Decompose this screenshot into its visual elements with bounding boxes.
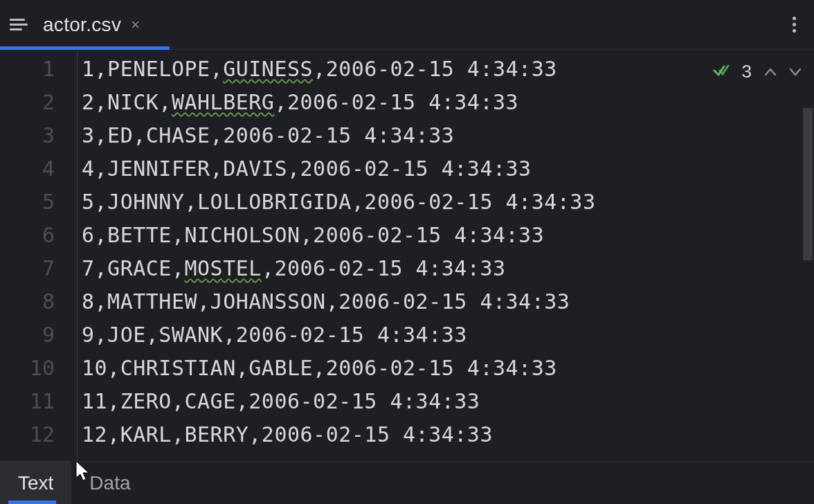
line-number: 5 (0, 186, 77, 219)
line-number: 2 (0, 86, 77, 119)
line-number: 10 (0, 352, 77, 385)
kebab-menu-icon[interactable] (784, 15, 804, 35)
chevron-down-icon[interactable] (789, 63, 802, 81)
vertical-scrollbar[interactable] (803, 108, 813, 260)
code-line[interactable]: 2,NICK,WAHLBERG,2006-02-15 4:34:33 (82, 86, 595, 119)
code-line[interactable]: 11,ZERO,CAGE,2006-02-15 4:34:33 (82, 385, 595, 418)
hamburger-icon[interactable] (10, 15, 29, 35)
code-line[interactable]: 5,JOHNNY,LOLLOBRIGIDA,2006-02-15 4:34:33 (82, 186, 595, 219)
mouse-cursor-icon (75, 460, 93, 483)
line-number: 8 (0, 285, 77, 318)
code-line[interactable]: 1,PENELOPE,GUINESS,2006-02-15 4:34:33 (82, 53, 595, 86)
code-line[interactable]: 12,KARL,BERRY,2006-02-15 4:34:33 (82, 418, 595, 451)
line-number: 9 (0, 318, 77, 352)
code-line[interactable]: 4,JENNIFER,DAVIS,2006-02-15 4:34:33 (82, 152, 595, 186)
line-number: 4 (0, 152, 77, 186)
line-number: 1 (0, 53, 77, 86)
close-icon[interactable]: × (131, 16, 140, 34)
inspections-count: 3 (742, 61, 752, 82)
code-line[interactable]: 10,CHRISTIAN,GABLE,2006-02-15 4:34:33 (82, 352, 595, 385)
bottom-tabbar: Text Data (0, 461, 814, 504)
line-number: 7 (0, 252, 77, 285)
spell-warning: WAHLBERG (172, 90, 275, 114)
code-content[interactable]: 1,PENELOPE,GUINESS,2006-02-15 4:34:33 2,… (78, 50, 595, 461)
file-tab-title: actor.csv (43, 14, 121, 36)
spell-warning: MOSTEL (185, 256, 262, 280)
chevron-up-icon[interactable] (764, 63, 777, 81)
tab-text-view[interactable]: Text (0, 462, 71, 504)
code-line[interactable]: 8,MATTHEW,JOHANSSON,2006-02-15 4:34:33 (82, 285, 595, 318)
line-number: 3 (0, 119, 77, 152)
code-line[interactable]: 6,BETTE,NICHOLSON,2006-02-15 4:34:33 (82, 219, 595, 252)
inspections-widget[interactable]: 3 (713, 61, 802, 82)
line-number: 6 (0, 219, 77, 252)
gutter: 1 2 3 4 5 6 7 8 9 10 11 12 (0, 50, 78, 461)
editor-header: actor.csv × (0, 0, 814, 50)
editor-area[interactable]: 1 2 3 4 5 6 7 8 9 10 11 12 1,PENELOPE,GU… (0, 50, 814, 461)
code-line[interactable]: 7,GRACE,MOSTEL,2006-02-15 4:34:33 (82, 252, 595, 285)
line-number: 12 (0, 418, 77, 451)
code-line[interactable]: 9,JOE,SWANK,2006-02-15 4:34:33 (82, 318, 595, 352)
code-line[interactable]: 3,ED,CHASE,2006-02-15 4:34:33 (82, 119, 595, 152)
checkmark-icon (713, 61, 730, 82)
line-number: 11 (0, 385, 77, 418)
file-tab[interactable]: actor.csv × (37, 0, 145, 49)
spell-warning: GUINESS (223, 57, 313, 81)
